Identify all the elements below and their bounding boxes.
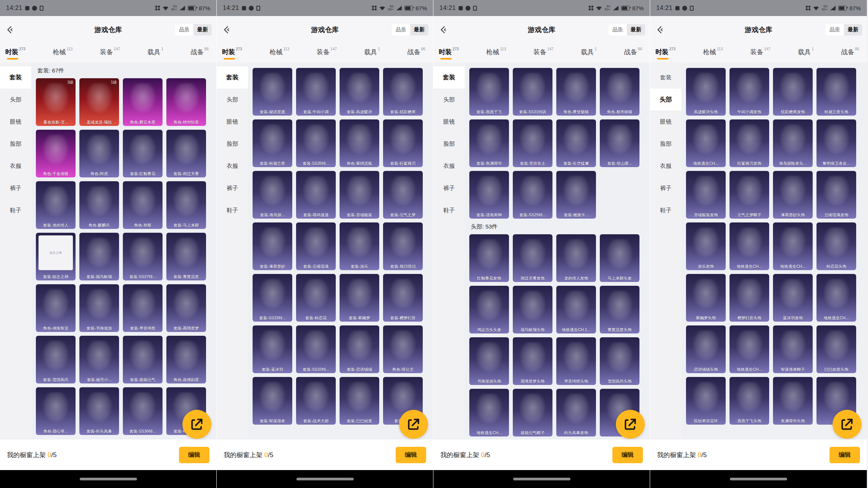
item-card[interactable]: 恋语绒绒头饰 <box>686 325 726 373</box>
tab-战备[interactable]: 战备86 <box>624 48 642 59</box>
item-card[interactable]: 套装-樱梦幻音 <box>383 274 423 322</box>
tab-枪械[interactable]: 枪械113 <box>486 48 506 59</box>
item-card[interactable]: 地铁逃生CH... <box>773 222 813 270</box>
sort-option-quality[interactable]: 品质 <box>175 24 193 35</box>
item-card[interactable]: 套装-画境星梦 <box>166 284 206 332</box>
item-card[interactable]: 狂鲨锋刃发饰 <box>730 119 769 167</box>
item-card[interactable]: 套装-紫幽梦 <box>340 274 379 322</box>
item-card[interactable]: 书海巡游头饰 <box>469 337 509 385</box>
item-card[interactable]: 套装-元气之梦 <box>383 171 423 219</box>
item-card[interactable]: 角色-都市丽猫 <box>600 68 639 116</box>
item-card[interactable]: 炫彩糖果发饰 <box>773 68 813 116</box>
tab-载具[interactable]: 载具1 <box>581 48 597 59</box>
item-card[interactable]: 套装-街头风暴 <box>79 387 119 435</box>
sidebar-item-头部[interactable]: 头部 <box>0 89 31 111</box>
sort-option-quality[interactable]: 品质 <box>826 24 844 35</box>
item-card[interactable]: 角色-紫绡灵狐 <box>340 119 379 167</box>
item-card[interactable]: 狙击之神套装-狙击之神 <box>36 233 76 280</box>
edit-button[interactable]: 编辑 <box>179 447 209 463</box>
tab-时装[interactable]: 时装273 <box>5 48 26 59</box>
item-card[interactable]: 套装-异域银装 <box>340 171 379 219</box>
item-card[interactable]: 角色-超感刻度 <box>166 336 206 383</box>
home-indicator[interactable] <box>513 478 570 480</box>
item-card[interactable]: 套装-萌鸡速递 <box>296 171 336 219</box>
item-card[interactable]: 鱼渊荷华头饰 <box>773 377 813 425</box>
item-card[interactable]: 智谋强者帽子 <box>773 325 813 373</box>
item-card[interactable]: 套装-长空猛禽 <box>556 119 596 167</box>
sidebar-item-脸部[interactable]: 脸部 <box>0 133 31 155</box>
sort-option-latest[interactable]: 最新 <box>410 24 428 35</box>
item-card[interactable]: 燕燕于飞头饰 <box>730 377 769 425</box>
item-card[interactable]: 套装-游乐 <box>340 222 379 270</box>
item-card[interactable]: 套装-雪国风尚 <box>36 336 76 383</box>
sidebar-item-鞋子[interactable]: 鞋子 <box>0 199 31 221</box>
item-card[interactable]: 琴音绮想头饰 <box>556 337 596 385</box>
tab-战备[interactable]: 战备86 <box>407 48 425 59</box>
tab-载具[interactable]: 载具1 <box>798 48 814 59</box>
sidebar-item-鞋子[interactable]: 鞋子 <box>650 199 681 221</box>
sidebar-item-衣服[interactable]: 衣服 <box>650 155 681 177</box>
sort-option-latest[interactable]: 最新 <box>844 24 862 35</box>
sidebar-item-鞋子[interactable]: 鞋子 <box>433 199 465 221</box>
item-card[interactable]: 福马献瑞头饰 <box>513 286 552 333</box>
item-card[interactable]: 角色-麒麟兵 <box>79 181 119 229</box>
home-indicator[interactable] <box>296 478 354 480</box>
item-card[interactable]: 角色-奈斯 <box>123 181 163 229</box>
share-button[interactable] <box>833 410 862 439</box>
item-card[interactable]: 薄荷星砂头饰 <box>773 171 813 219</box>
sidebar-item-眼镜[interactable]: 眼镜 <box>650 111 681 133</box>
item-card[interactable]: 云绫琉璃发饰 <box>816 171 856 219</box>
tab-时装[interactable]: 时装273 <box>439 48 459 59</box>
item-card[interactable]: 套装-粉黛兰香 <box>253 119 292 167</box>
item-card[interactable]: 樱梦幻音头饰 <box>730 274 769 322</box>
sidebar-item-套装[interactable]: 套装 <box>433 66 465 89</box>
item-card[interactable]: 套装-薄荷星砂 <box>253 222 292 270</box>
sidebar-item-头部[interactable]: 头部 <box>433 89 465 111</box>
share-button[interactable] <box>182 410 211 439</box>
sidebar-item-鞋子[interactable]: 鞋子 <box>217 199 248 221</box>
item-card[interactable]: 套装-海岛探... <box>253 171 292 219</box>
item-card[interactable]: 地铁逃生CH... <box>686 119 726 167</box>
item-card[interactable]: 套装-午间小调 <box>296 68 336 116</box>
sidebar-item-头部[interactable]: 头部 <box>650 89 681 111</box>
item-card[interactable]: 套装-破壳小... <box>79 336 119 383</box>
item-card[interactable]: 套装-SS36特... <box>123 387 163 435</box>
item-card[interactable]: 套装-SS33特... <box>253 274 292 322</box>
item-card[interactable]: 套装-巳巳如意 <box>340 377 379 425</box>
item-card[interactable]: 套装-SS37特... <box>123 233 163 280</box>
item-card[interactable]: 套装-马上来财 <box>166 181 206 229</box>
tab-装备[interactable]: 装备147 <box>533 48 554 59</box>
item-card[interactable]: 套装-青翼流星 <box>166 233 206 280</box>
item-card[interactable]: 风迹暖诗头饰 <box>686 68 726 116</box>
item-card[interactable]: 套装-清海厨神 <box>469 171 509 219</box>
tab-装备[interactable]: 装备147 <box>100 48 120 59</box>
tab-时装[interactable]: 时装273 <box>655 48 676 59</box>
sidebar-item-套装[interactable]: 套装 <box>650 66 681 89</box>
tab-枪械[interactable]: 枪械113 <box>703 48 723 59</box>
item-card[interactable]: 角色-俏兔智灵 <box>36 284 76 332</box>
item-card[interactable]: 3级暮色玫影-艾... <box>36 78 76 126</box>
sort-option-latest[interactable]: 最新 <box>627 24 645 35</box>
sidebar-item-眼镜[interactable]: 眼镜 <box>217 111 248 133</box>
item-card[interactable]: 套装-雨过天青 <box>166 130 206 177</box>
item-card[interactable]: 套装-蓝冰羽 <box>253 325 292 373</box>
item-card[interactable]: 地铁逃生CH... <box>730 222 769 270</box>
tab-枪械[interactable]: 枪械113 <box>53 48 72 59</box>
item-card[interactable]: 角色-情公主 <box>383 325 423 373</box>
share-button[interactable] <box>399 410 428 439</box>
item-card[interactable]: 套装-风迹暖诗 <box>340 68 379 116</box>
tab-装备[interactable]: 装备147 <box>317 48 337 59</box>
item-card[interactable]: 套装-SS32特... <box>296 325 336 373</box>
sidebar-item-套装[interactable]: 套装 <box>0 66 31 89</box>
item-card[interactable]: 紫幽梦头饰 <box>686 274 726 322</box>
item-card[interactable]: 套装-炫彩糖果 <box>383 68 423 116</box>
item-card[interactable]: 套装-SS31特训 <box>513 68 552 116</box>
item-card[interactable]: 套装-红釉青花 <box>123 130 163 177</box>
item-card[interactable]: 地铁逃生CH.1... <box>556 286 596 333</box>
tab-时装[interactable]: 时装273 <box>222 48 242 59</box>
item-card[interactable]: 元气之梦帽子 <box>730 171 769 219</box>
share-button[interactable] <box>616 410 645 439</box>
item-card[interactable]: 套装-粉恋花 <box>296 274 336 322</box>
sidebar-item-套装[interactable]: 套装 <box>217 66 248 89</box>
item-card[interactable]: 套装-鱼渊荷华 <box>469 119 509 167</box>
